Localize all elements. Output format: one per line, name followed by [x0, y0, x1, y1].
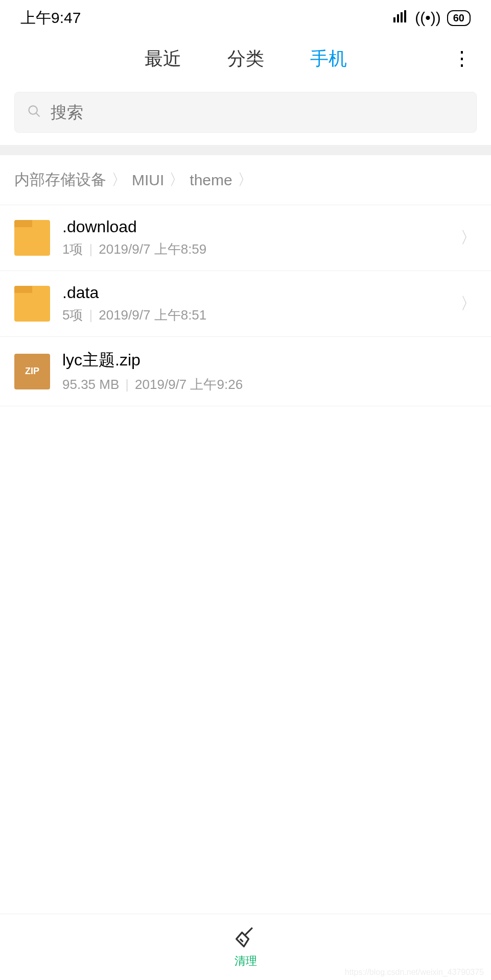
- tab-phone[interactable]: 手机: [310, 46, 347, 71]
- svg-point-4: [29, 106, 37, 114]
- clean-button[interactable]: 清理: [235, 926, 257, 969]
- breadcrumb-root[interactable]: 内部存储设备: [14, 169, 106, 190]
- meta-separator: |: [89, 307, 92, 323]
- svg-line-6: [240, 939, 243, 942]
- clean-label: 清理: [235, 953, 257, 969]
- svg-rect-2: [401, 12, 403, 22]
- chevron-right-icon: 〉: [460, 292, 477, 315]
- section-divider: [0, 145, 491, 155]
- meta-separator: |: [89, 241, 92, 257]
- svg-line-5: [36, 113, 40, 117]
- status-icons: ((•)) 60: [393, 9, 471, 27]
- file-count: 1项: [62, 240, 83, 258]
- folder-icon: [14, 220, 50, 256]
- battery-icon: 60: [447, 10, 471, 26]
- status-bar: 上午9:47 ((•)) 60: [0, 0, 491, 36]
- svg-rect-3: [404, 10, 406, 22]
- svg-rect-1: [397, 14, 399, 22]
- folder-row-data[interactable]: .data 5项 | 2019/9/7 上午8:51 〉: [0, 271, 491, 337]
- file-time: 2019/9/7 上午8:59: [99, 240, 206, 258]
- file-count: 5项: [62, 306, 83, 324]
- file-meta: 95.35 MB | 2019/9/7 上午9:26: [62, 376, 477, 394]
- breadcrumb: 内部存储设备 〉 MIUI 〉 theme 〉: [0, 155, 491, 205]
- file-time: 2019/9/7 上午9:26: [135, 376, 243, 394]
- zip-icon: ZIP: [14, 354, 50, 389]
- search-input[interactable]: [51, 103, 464, 122]
- tab-recent[interactable]: 最近: [145, 46, 181, 71]
- search-wrapper: [0, 82, 491, 145]
- svg-rect-0: [393, 17, 395, 22]
- folder-row-download[interactable]: .download 1项 | 2019/9/7 上午8:59 〉: [0, 205, 491, 271]
- breadcrumb-theme[interactable]: theme: [190, 172, 232, 189]
- tab-category[interactable]: 分类: [227, 46, 264, 71]
- file-info: lyc主题.zip 95.35 MB | 2019/9/7 上午9:26: [62, 349, 477, 394]
- file-size: 95.35 MB: [62, 377, 119, 393]
- file-name: .data: [62, 283, 448, 302]
- file-row-zip[interactable]: ZIP lyc主题.zip 95.35 MB | 2019/9/7 上午9:26: [0, 337, 491, 406]
- wifi-icon: ((•)): [415, 9, 440, 27]
- file-time: 2019/9/7 上午8:51: [99, 306, 206, 324]
- file-name: lyc主题.zip: [62, 349, 477, 372]
- chevron-right-icon: 〉: [111, 169, 127, 190]
- meta-separator: |: [125, 377, 129, 393]
- watermark: https://blog.csdn.net/weixin_43790375: [345, 968, 484, 977]
- more-icon[interactable]: ⋮: [452, 47, 471, 70]
- file-name: .download: [62, 217, 448, 236]
- chevron-right-icon: 〉: [460, 227, 477, 249]
- chevron-right-icon: 〉: [238, 169, 253, 190]
- file-list: .download 1项 | 2019/9/7 上午8:59 〉 .data 5…: [0, 205, 491, 914]
- file-info: .download 1项 | 2019/9/7 上午8:59: [62, 217, 448, 258]
- status-time: 上午9:47: [20, 8, 81, 29]
- chevron-right-icon: 〉: [169, 169, 184, 190]
- broom-icon: [235, 926, 257, 950]
- search-box[interactable]: [14, 92, 477, 133]
- search-icon: [27, 104, 41, 120]
- signal-icon: [393, 10, 409, 26]
- tabs-bar: 最近 分类 手机 ⋮: [0, 36, 491, 82]
- folder-icon: [14, 286, 50, 322]
- file-info: .data 5项 | 2019/9/7 上午8:51: [62, 283, 448, 324]
- breadcrumb-miui[interactable]: MIUI: [132, 172, 164, 189]
- file-meta: 5项 | 2019/9/7 上午8:51: [62, 306, 448, 324]
- file-meta: 1项 | 2019/9/7 上午8:59: [62, 240, 448, 258]
